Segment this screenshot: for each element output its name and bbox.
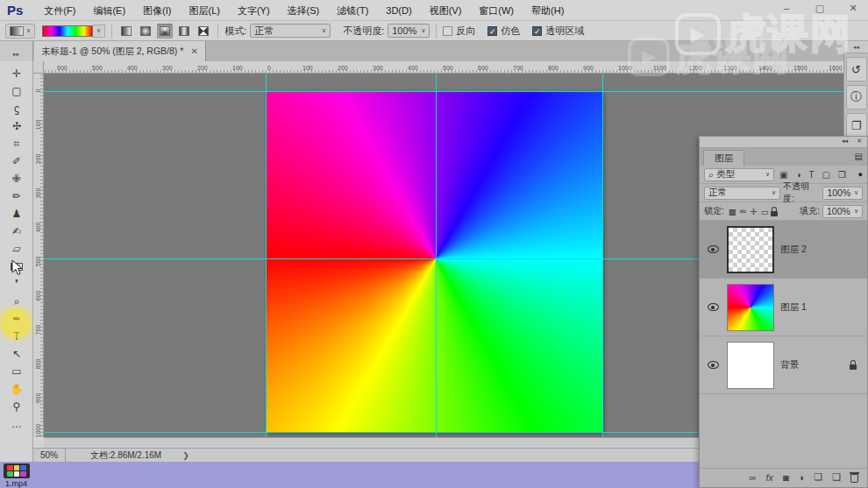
layer-fill-select[interactable]: 100% ∨	[822, 205, 863, 218]
adjustment-layer-icon[interactable]: ◑	[799, 472, 805, 483]
lock-artboard-icon[interactable]: ▭	[761, 207, 769, 216]
status-chevron-icon[interactable]: ❯	[182, 451, 189, 460]
transparency-checkbox[interactable]: ✓	[532, 26, 542, 36]
eyedropper-tool[interactable]: ✐	[0, 152, 33, 170]
document-canvas[interactable]	[266, 91, 602, 432]
gradient-type-radial[interactable]	[138, 24, 153, 39]
clone-stamp-tool[interactable]: ♟	[0, 205, 33, 223]
menu-item-view[interactable]: 视图(V)	[421, 0, 471, 21]
layer-mask-icon[interactable]: ◙	[783, 472, 789, 483]
menu-item-edit[interactable]: 编辑(E)	[84, 0, 134, 21]
menu-item-filter[interactable]: 滤镜(T)	[328, 0, 377, 21]
history-brush-tool[interactable]: ✍	[0, 223, 33, 240]
gradient-editor-preview[interactable]	[42, 25, 93, 37]
dither-checkbox[interactable]: ✓	[487, 26, 497, 36]
minimize-button[interactable]: –	[777, 1, 796, 15]
panel-collapse-icon[interactable]: ◂◂	[842, 138, 848, 145]
lasso-tool[interactable]: ϛ	[0, 100, 33, 117]
blur-tool[interactable]: ❜	[0, 275, 33, 293]
layer-comps-panel-icon[interactable]: ❐	[846, 113, 867, 138]
dock-collapse-button[interactable]: ◂◂	[844, 41, 868, 53]
filter-pin-icon[interactable]: ●	[858, 170, 863, 179]
video-player-bar[interactable]: 1.mp4	[0, 462, 699, 488]
layer-thumbnail[interactable]	[727, 226, 774, 273]
gradient-type-linear[interactable]	[118, 24, 134, 39]
link-layers-icon[interactable]: ∞	[750, 472, 757, 483]
tab-layers[interactable]: 图层	[703, 150, 744, 166]
rect-marquee-tool[interactable]: ▢	[0, 82, 33, 100]
layer-group-icon[interactable]: ❏	[814, 471, 822, 483]
info-panel-icon[interactable]: ⓘ	[846, 85, 867, 110]
filmstrip-icon[interactable]	[4, 463, 30, 478]
lock-pixels-icon[interactable]: ✏	[740, 207, 747, 216]
delete-layer-icon[interactable]	[850, 474, 858, 483]
zoom-tool[interactable]: ⚲	[0, 398, 33, 415]
menu-item-type[interactable]: 文字(Y)	[229, 0, 279, 21]
layer-visibility-toggle[interactable]	[705, 245, 721, 253]
move-tool[interactable]: ✛	[0, 65, 33, 82]
rectangle-tool[interactable]: ▭	[0, 363, 33, 380]
layer-thumbnail[interactable]	[727, 284, 774, 331]
crop-tool[interactable]: ⌗	[0, 135, 33, 152]
filter-type-icon[interactable]: T	[809, 170, 815, 180]
gradient-type-angle[interactable]	[157, 24, 173, 39]
quick-selection-tool[interactable]: ✣	[0, 117, 33, 135]
filter-adjustment-icon[interactable]: ◑	[795, 170, 800, 180]
brush-tool[interactable]: ✏	[0, 187, 33, 205]
layer-thumbnail[interactable]	[727, 342, 774, 389]
gradient-type-buttons	[118, 24, 211, 39]
path-selection-tool[interactable]: ↖	[0, 345, 33, 363]
panel-menu-icon[interactable]: ▤	[855, 152, 863, 161]
menu-item-image[interactable]: 图像(I)	[134, 0, 180, 21]
gradient-picker-chevron[interactable]: ∨	[93, 25, 105, 38]
layer-opacity-select[interactable]: 100% ∨	[822, 187, 863, 200]
filter-smart-object-icon[interactable]: ❒	[838, 170, 846, 180]
tab-close-icon[interactable]: ✕	[190, 46, 197, 56]
layer-filter-select[interactable]: ⌕ 类型 ∨	[704, 168, 774, 181]
layer-effects-icon[interactable]: fx	[765, 472, 773, 483]
reverse-checkbox[interactable]	[443, 26, 452, 36]
edit-toolbar-tool[interactable]: …	[0, 415, 33, 433]
tool-preset-picker[interactable]: ∨	[5, 24, 35, 39]
lock-transparency-icon[interactable]: ▩	[729, 207, 736, 216]
gradient-type-reflected[interactable]	[176, 24, 192, 39]
panel-close-icon[interactable]: ✕	[857, 138, 862, 145]
menu-item-file[interactable]: 文件(F)	[35, 0, 84, 21]
layer-row[interactable]: 背景	[700, 336, 867, 394]
maximize-button[interactable]: ▢	[810, 1, 829, 15]
menu-item-layer[interactable]: 图层(L)	[180, 0, 228, 21]
menu-item-select[interactable]: 选择(S)	[279, 0, 329, 21]
guide-horizontal-top[interactable]	[44, 91, 843, 92]
opacity-select[interactable]: 100% ∨	[388, 24, 430, 38]
hand-tool[interactable]: ✋	[0, 380, 33, 398]
guide-vertical-center[interactable]	[436, 74, 437, 437]
new-layer-icon[interactable]: ❑	[832, 471, 841, 483]
close-button[interactable]: ✕	[843, 1, 863, 15]
vertical-ruler[interactable]: 01002003004005006007008009001000	[33, 74, 44, 437]
filter-pixel-icon[interactable]: ▣	[779, 170, 787, 180]
document-tab[interactable]: 未标题-1 @ 50% (图层 2, RGB/8) * ✕	[34, 41, 206, 61]
history-panel-icon[interactable]: ↺	[846, 57, 867, 81]
lock-all-icon[interactable]	[771, 211, 778, 216]
zoom-level-field[interactable]: 50%	[33, 449, 66, 463]
horizontal-ruler[interactable]: 6005004003002001000100200300400500600700…	[44, 61, 843, 74]
spot-healing-tool[interactable]: ✙	[0, 170, 33, 187]
guide-vertical-left[interactable]	[266, 74, 267, 437]
guide-vertical-right[interactable]	[602, 74, 603, 437]
menu-item-window[interactable]: 窗口(W)	[470, 0, 523, 21]
gradient-type-diamond[interactable]	[196, 24, 211, 39]
dodge-tool[interactable]: ⌕	[0, 293, 33, 310]
layer-row[interactable]: 图层 1	[700, 279, 867, 336]
lock-position-icon[interactable]: ✛	[751, 207, 758, 216]
toolbar-toggle[interactable]: ▸▸	[0, 41, 33, 61]
filter-shape-icon[interactable]: ▢	[822, 170, 830, 180]
layer-visibility-toggle[interactable]	[705, 361, 721, 369]
layer-row[interactable]: 图层 2	[700, 221, 867, 279]
menu-item-3d[interactable]: 3D(D)	[377, 0, 420, 21]
layers-panel: ◂◂ ✕ 图层 ▤ ⌕ 类型 ∨ ▣◑T▢❒ ● 正常 ∨ 不透明度: 100%…	[699, 136, 868, 488]
eraser-tool[interactable]: ▱	[0, 240, 33, 258]
layer-blend-mode-select[interactable]: 正常 ∨	[704, 187, 780, 200]
layer-visibility-toggle[interactable]	[705, 303, 721, 311]
blend-mode-select[interactable]: 正常 ∨	[250, 24, 331, 38]
menu-item-help[interactable]: 帮助(H)	[523, 0, 573, 21]
